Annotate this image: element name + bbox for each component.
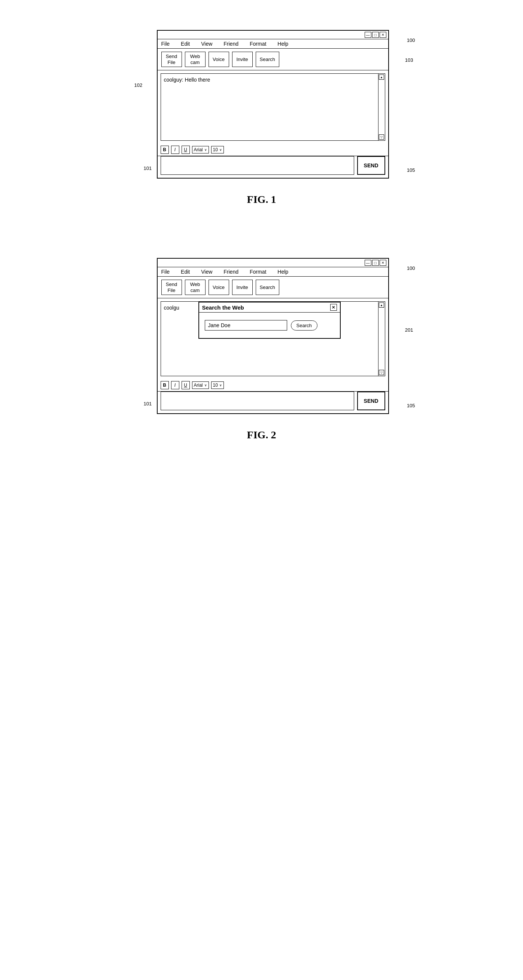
- italic-button-fig1[interactable]: I: [171, 146, 179, 154]
- invite-button-fig2[interactable]: Invite: [232, 280, 253, 295]
- chat-text-fig1: coolguy: Hello there: [164, 77, 210, 83]
- message-input-fig2[interactable]: [161, 391, 354, 410]
- bold-button-fig2[interactable]: B: [161, 381, 169, 389]
- font-size-fig2: 10: [213, 383, 218, 388]
- title-bar-controls-fig1: — □ ✕: [365, 32, 386, 38]
- menu-edit-fig2[interactable]: Edit: [181, 269, 190, 275]
- close-button-fig1[interactable]: ✕: [380, 32, 386, 38]
- search-button-fig1[interactable]: Search: [256, 52, 279, 67]
- webcam-button-fig1[interactable]: Web cam: [185, 52, 205, 67]
- font-name-fig1: Arial: [194, 147, 203, 152]
- annotation-101-fig2: 101: [144, 401, 152, 407]
- send-button-fig2[interactable]: SEND: [357, 391, 385, 410]
- dialog-title-text-fig2: Search the Web: [202, 304, 244, 311]
- title-bar-fig1: — □ ✕: [157, 31, 388, 39]
- voice-button-fig2[interactable]: Voice: [208, 280, 229, 295]
- menu-view-fig2[interactable]: View: [201, 269, 212, 275]
- annotation-201-fig2: 201: [405, 327, 413, 333]
- size-select-fig1[interactable]: 10 ∨: [211, 146, 224, 153]
- font-dropdown-arrow-fig1: ∨: [204, 148, 207, 152]
- menu-bar-fig1: File Edit View Friend Format Help: [157, 39, 388, 49]
- font-select-fig1[interactable]: Arial ∨: [192, 146, 209, 153]
- search-button-fig2[interactable]: Search: [256, 280, 279, 295]
- send-button-fig1[interactable]: SEND: [357, 156, 385, 175]
- maximize-button-fig2[interactable]: □: [372, 260, 379, 266]
- format-bar-fig2: B I U Arial ∨ 10 ∨: [157, 379, 388, 391]
- annotation-105-fig1: 105: [407, 167, 415, 173]
- close-button-fig2[interactable]: ✕: [380, 260, 386, 266]
- chat-window-fig1: — □ ✕ File Edit View Friend Format Help …: [157, 30, 389, 178]
- webcam-button-fig2[interactable]: Web cam: [185, 280, 205, 295]
- menu-bar-fig2: File Edit View Friend Format Help: [157, 267, 388, 277]
- size-dropdown-arrow-fig1: ∨: [219, 148, 222, 152]
- search-oval-button-fig2[interactable]: Search: [291, 320, 318, 331]
- scroll-up-fig1[interactable]: ▲: [379, 75, 384, 80]
- annotation-105-fig2: 105: [407, 403, 415, 408]
- toolbar-fig2: Send File Web cam Voice Invite Search: [157, 277, 388, 298]
- chat-messages-fig1: coolguy: Hello there: [161, 74, 378, 140]
- send-file-button-fig2[interactable]: Send File: [161, 280, 182, 295]
- scroll-down-fig1[interactable]: ▽: [379, 134, 384, 140]
- annotation-100-fig1: 100: [407, 37, 415, 43]
- font-dropdown-arrow-fig2: ∨: [204, 383, 207, 387]
- voice-button-fig1[interactable]: Voice: [208, 52, 229, 67]
- font-select-fig2[interactable]: Arial ∨: [192, 382, 209, 389]
- menu-help-fig2[interactable]: Help: [277, 269, 288, 275]
- title-bar-fig2: — □ ✕: [157, 259, 388, 267]
- toolbar-fig1: Send File Web cam Voice Invite Search: [157, 49, 388, 70]
- annotation-100-fig2: 100: [407, 266, 415, 271]
- underline-button-fig1[interactable]: U: [181, 146, 190, 154]
- title-bar-controls-fig2: — □ ✕: [365, 260, 386, 266]
- message-input-fig1[interactable]: [161, 156, 354, 175]
- menu-edit-fig1[interactable]: Edit: [181, 41, 190, 47]
- menu-help-fig1[interactable]: Help: [277, 41, 288, 47]
- menu-file-fig2[interactable]: File: [161, 269, 170, 275]
- chat-area-fig2: coolgu Search the Web ✕ Search: [161, 301, 385, 376]
- menu-view-fig1[interactable]: View: [201, 41, 212, 47]
- input-row-fig2: SEND: [157, 391, 388, 413]
- size-select-fig2[interactable]: 10 ∨: [211, 382, 224, 389]
- send-file-button-fig1[interactable]: Send File: [161, 52, 182, 67]
- dialog-title-bar-fig2: Search the Web ✕: [199, 302, 340, 313]
- fig1-label: FIG. 1: [247, 194, 276, 205]
- chat-area-fig1: coolguy: Hello there ▲ ▽: [161, 73, 385, 141]
- font-name-fig2: Arial: [194, 383, 203, 388]
- scroll-up-fig2[interactable]: ▲: [379, 302, 384, 308]
- maximize-button-fig1[interactable]: □: [372, 32, 379, 38]
- dialog-close-button-fig2[interactable]: ✕: [330, 304, 337, 311]
- chat-window-fig2: — □ ✕ File Edit View Friend Format Help …: [157, 258, 389, 414]
- scroll-down-fig2[interactable]: ▽: [379, 370, 384, 375]
- dialog-close-icon-fig2: ✕: [332, 305, 335, 310]
- chat-text-fig2: coolgu: [164, 305, 179, 311]
- italic-button-fig2[interactable]: I: [171, 381, 179, 389]
- annotation-101-fig1: 101: [144, 165, 152, 171]
- scrollbar-fig2: ▲ ▽: [378, 302, 385, 376]
- format-bar-fig1: B I U Arial ∨ 10 ∨: [157, 144, 388, 156]
- fig2-label: FIG. 2: [247, 429, 276, 441]
- underline-button-fig2[interactable]: U: [181, 381, 190, 389]
- input-row-fig1: SEND: [157, 156, 388, 178]
- search-input-field-fig2[interactable]: [205, 320, 287, 331]
- menu-friend-fig1[interactable]: Friend: [224, 41, 238, 47]
- menu-format-fig1[interactable]: Format: [250, 41, 266, 47]
- search-dialog-fig2: Search the Web ✕ Search: [199, 302, 341, 339]
- menu-file-fig1[interactable]: File: [161, 41, 170, 47]
- minimize-button-fig1[interactable]: —: [365, 32, 371, 38]
- annotation-102-fig1: 102: [134, 82, 143, 88]
- bold-button-fig1[interactable]: B: [161, 146, 169, 154]
- menu-friend-fig2[interactable]: Friend: [224, 269, 238, 275]
- invite-button-fig1[interactable]: Invite: [232, 52, 253, 67]
- font-size-fig1: 10: [213, 147, 218, 152]
- dialog-body-fig2: Search: [199, 313, 340, 338]
- size-dropdown-arrow-fig2: ∨: [219, 383, 222, 387]
- minimize-button-fig2[interactable]: —: [365, 260, 371, 266]
- menu-format-fig2[interactable]: Format: [250, 269, 266, 275]
- scrollbar-fig1: ▲ ▽: [378, 74, 385, 140]
- annotation-103-fig1: 103: [405, 57, 413, 63]
